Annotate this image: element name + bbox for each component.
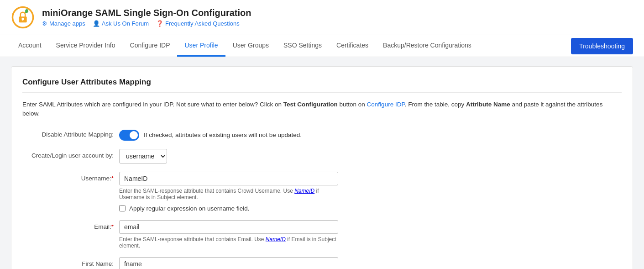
nav-bar: Account Service Provider Info Configure … — [0, 35, 644, 57]
nav-item-certificates[interactable]: Certificates — [329, 35, 376, 57]
disable-attr-label: Disable Attribute Mapping: — [22, 128, 114, 138]
nav-item-backup-restore[interactable]: Backup/Restore Configurations — [376, 35, 479, 57]
nameid-link-email[interactable]: NameID — [266, 236, 286, 243]
username-control: Enter the SAML-response attribute that c… — [119, 172, 338, 212]
username-input[interactable] — [119, 172, 338, 185]
email-required: * — [111, 223, 114, 230]
configure-idp-link[interactable]: Configure IDP — [367, 101, 405, 108]
main-content: Configure User Attributes Mapping Enter … — [11, 66, 633, 269]
apply-regex-label[interactable]: Apply regular expression on username fie… — [129, 205, 249, 212]
email-input[interactable] — [119, 220, 338, 234]
forum-link[interactable]: 👤 Ask Us On Forum — [93, 20, 149, 27]
apply-regex-checkbox[interactable] — [119, 205, 126, 211]
description-text: Enter SAML Attributes which are configur… — [22, 100, 622, 119]
header: miniOrange SAML Single Sign-On Configura… — [0, 0, 644, 35]
username-required: * — [111, 175, 114, 182]
nav-item-sso-settings[interactable]: SSO Settings — [276, 35, 329, 57]
username-row: Username:* Enter the SAML-response attri… — [22, 172, 622, 212]
question-icon: ❓ — [156, 20, 163, 27]
nav-items: Account Service Provider Info Configure … — [11, 35, 479, 57]
nav-item-user-groups[interactable]: User Groups — [225, 35, 276, 57]
email-row: Email:* Enter the SAML-response attribut… — [22, 220, 622, 249]
create-login-select[interactable]: username email both — [119, 149, 167, 164]
nav-item-account[interactable]: Account — [11, 35, 49, 57]
troubleshoot-button[interactable]: Troubleshooting — [571, 38, 633, 54]
nav-item-configure-idp[interactable]: Configure IDP — [123, 35, 178, 57]
firstname-row: First Name: Enter the SAML-response attr… — [22, 257, 622, 269]
email-control: Enter the SAML-response attribute that c… — [119, 220, 338, 249]
email-label: Email:* — [22, 220, 114, 230]
person-icon: 👤 — [93, 20, 100, 27]
firstname-label: First Name: — [22, 257, 114, 267]
nameid-link-username[interactable]: NameID — [294, 188, 314, 194]
manage-apps-link[interactable]: ⚙ Manage apps — [42, 20, 85, 27]
section-title: Configure User Attributes Mapping — [22, 78, 622, 93]
header-text-block: miniOrange SAML Single Sign-On Configura… — [42, 8, 251, 27]
username-hint: Enter the SAML-response attribute that c… — [119, 188, 338, 200]
username-label: Username:* — [22, 172, 114, 182]
create-login-row: Create/Login user account by: username e… — [22, 149, 622, 164]
nav-item-service-provider[interactable]: Service Provider Info — [49, 35, 123, 57]
disable-attr-toggle-wrapper: If checked, attributes of existing users… — [119, 128, 302, 141]
create-login-label: Create/Login user account by: — [22, 149, 114, 159]
faq-link[interactable]: ❓ Frequently Asked Questions — [156, 20, 240, 27]
header-links: ⚙ Manage apps 👤 Ask Us On Forum ❓ Freque… — [42, 20, 251, 27]
toggle-slider — [119, 130, 139, 141]
email-hint: Enter the SAML-response attribute that c… — [119, 236, 338, 249]
apply-regex-row: Apply regular expression on username fie… — [119, 205, 338, 212]
firstname-control: Enter the SAML-response attribute that c… — [119, 257, 338, 269]
disable-attr-hint: If checked, attributes of existing users… — [144, 132, 302, 138]
app-title: miniOrange SAML Single Sign-On Configura… — [42, 8, 251, 18]
disable-attr-toggle[interactable] — [119, 130, 139, 141]
nav-item-user-profile[interactable]: User Profile — [177, 35, 225, 57]
svg-rect-3 — [22, 19, 24, 20]
gear-icon: ⚙ — [42, 20, 47, 27]
create-login-control: username email both — [119, 149, 338, 164]
firstname-input[interactable] — [119, 257, 338, 269]
disable-attr-row: Disable Attribute Mapping: If checked, a… — [22, 128, 622, 141]
miniorange-logo — [11, 5, 35, 29]
